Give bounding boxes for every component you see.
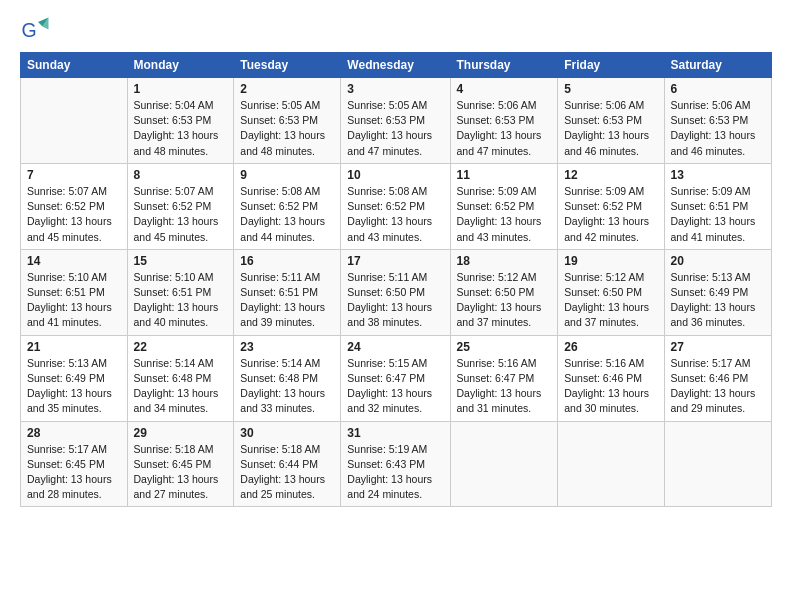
calendar-cell: 13Sunrise: 5:09 AM Sunset: 6:51 PM Dayli… [664, 163, 771, 249]
day-number: 26 [564, 340, 657, 354]
calendar-cell [450, 421, 558, 507]
calendar-header-tuesday: Tuesday [234, 53, 341, 78]
day-details: Sunrise: 5:16 AM Sunset: 6:46 PM Dayligh… [564, 356, 657, 417]
calendar-cell: 18Sunrise: 5:12 AM Sunset: 6:50 PM Dayli… [450, 249, 558, 335]
calendar-cell: 29Sunrise: 5:18 AM Sunset: 6:45 PM Dayli… [127, 421, 234, 507]
calendar-cell: 27Sunrise: 5:17 AM Sunset: 6:46 PM Dayli… [664, 335, 771, 421]
day-details: Sunrise: 5:09 AM Sunset: 6:52 PM Dayligh… [457, 184, 552, 245]
day-details: Sunrise: 5:11 AM Sunset: 6:51 PM Dayligh… [240, 270, 334, 331]
calendar-cell: 15Sunrise: 5:10 AM Sunset: 6:51 PM Dayli… [127, 249, 234, 335]
day-details: Sunrise: 5:08 AM Sunset: 6:52 PM Dayligh… [347, 184, 443, 245]
calendar-cell: 17Sunrise: 5:11 AM Sunset: 6:50 PM Dayli… [341, 249, 450, 335]
day-number: 3 [347, 82, 443, 96]
day-details: Sunrise: 5:19 AM Sunset: 6:43 PM Dayligh… [347, 442, 443, 503]
calendar-cell: 7Sunrise: 5:07 AM Sunset: 6:52 PM Daylig… [21, 163, 128, 249]
calendar-cell: 23Sunrise: 5:14 AM Sunset: 6:48 PM Dayli… [234, 335, 341, 421]
day-details: Sunrise: 5:13 AM Sunset: 6:49 PM Dayligh… [671, 270, 765, 331]
calendar-cell: 12Sunrise: 5:09 AM Sunset: 6:52 PM Dayli… [558, 163, 664, 249]
svg-text:G: G [22, 19, 37, 41]
day-details: Sunrise: 5:08 AM Sunset: 6:52 PM Dayligh… [240, 184, 334, 245]
day-details: Sunrise: 5:12 AM Sunset: 6:50 PM Dayligh… [564, 270, 657, 331]
calendar-header-row: SundayMondayTuesdayWednesdayThursdayFrid… [21, 53, 772, 78]
calendar-cell: 9Sunrise: 5:08 AM Sunset: 6:52 PM Daylig… [234, 163, 341, 249]
day-number: 19 [564, 254, 657, 268]
calendar-cell [664, 421, 771, 507]
day-details: Sunrise: 5:18 AM Sunset: 6:45 PM Dayligh… [134, 442, 228, 503]
day-details: Sunrise: 5:07 AM Sunset: 6:52 PM Dayligh… [134, 184, 228, 245]
calendar-cell [21, 78, 128, 164]
day-details: Sunrise: 5:17 AM Sunset: 6:46 PM Dayligh… [671, 356, 765, 417]
day-number: 10 [347, 168, 443, 182]
day-number: 30 [240, 426, 334, 440]
day-details: Sunrise: 5:09 AM Sunset: 6:52 PM Dayligh… [564, 184, 657, 245]
day-details: Sunrise: 5:06 AM Sunset: 6:53 PM Dayligh… [671, 98, 765, 159]
calendar-cell: 22Sunrise: 5:14 AM Sunset: 6:48 PM Dayli… [127, 335, 234, 421]
calendar-cell: 11Sunrise: 5:09 AM Sunset: 6:52 PM Dayli… [450, 163, 558, 249]
day-details: Sunrise: 5:14 AM Sunset: 6:48 PM Dayligh… [240, 356, 334, 417]
day-details: Sunrise: 5:10 AM Sunset: 6:51 PM Dayligh… [134, 270, 228, 331]
calendar-cell: 6Sunrise: 5:06 AM Sunset: 6:53 PM Daylig… [664, 78, 771, 164]
day-number: 22 [134, 340, 228, 354]
day-number: 5 [564, 82, 657, 96]
calendar-cell: 19Sunrise: 5:12 AM Sunset: 6:50 PM Dayli… [558, 249, 664, 335]
day-number: 8 [134, 168, 228, 182]
logo: G [20, 16, 54, 46]
calendar-week-row: 1Sunrise: 5:04 AM Sunset: 6:53 PM Daylig… [21, 78, 772, 164]
day-number: 9 [240, 168, 334, 182]
calendar-week-row: 7Sunrise: 5:07 AM Sunset: 6:52 PM Daylig… [21, 163, 772, 249]
calendar-week-row: 21Sunrise: 5:13 AM Sunset: 6:49 PM Dayli… [21, 335, 772, 421]
day-details: Sunrise: 5:15 AM Sunset: 6:47 PM Dayligh… [347, 356, 443, 417]
day-details: Sunrise: 5:14 AM Sunset: 6:48 PM Dayligh… [134, 356, 228, 417]
day-number: 17 [347, 254, 443, 268]
day-number: 4 [457, 82, 552, 96]
day-details: Sunrise: 5:09 AM Sunset: 6:51 PM Dayligh… [671, 184, 765, 245]
day-details: Sunrise: 5:11 AM Sunset: 6:50 PM Dayligh… [347, 270, 443, 331]
day-number: 31 [347, 426, 443, 440]
day-number: 29 [134, 426, 228, 440]
day-details: Sunrise: 5:13 AM Sunset: 6:49 PM Dayligh… [27, 356, 121, 417]
header: G [20, 16, 772, 46]
day-number: 12 [564, 168, 657, 182]
calendar-cell [558, 421, 664, 507]
calendar-cell: 2Sunrise: 5:05 AM Sunset: 6:53 PM Daylig… [234, 78, 341, 164]
day-number: 16 [240, 254, 334, 268]
page-container: G SundayMondayTuesdayWednesdayThursdayFr… [0, 0, 792, 517]
day-number: 13 [671, 168, 765, 182]
calendar-header-saturday: Saturday [664, 53, 771, 78]
day-details: Sunrise: 5:04 AM Sunset: 6:53 PM Dayligh… [134, 98, 228, 159]
day-number: 21 [27, 340, 121, 354]
day-number: 1 [134, 82, 228, 96]
calendar-cell: 30Sunrise: 5:18 AM Sunset: 6:44 PM Dayli… [234, 421, 341, 507]
day-number: 25 [457, 340, 552, 354]
calendar-cell: 10Sunrise: 5:08 AM Sunset: 6:52 PM Dayli… [341, 163, 450, 249]
calendar-cell: 3Sunrise: 5:05 AM Sunset: 6:53 PM Daylig… [341, 78, 450, 164]
day-number: 15 [134, 254, 228, 268]
calendar-header-monday: Monday [127, 53, 234, 78]
calendar-table: SundayMondayTuesdayWednesdayThursdayFrid… [20, 52, 772, 507]
day-details: Sunrise: 5:12 AM Sunset: 6:50 PM Dayligh… [457, 270, 552, 331]
calendar-cell: 5Sunrise: 5:06 AM Sunset: 6:53 PM Daylig… [558, 78, 664, 164]
logo-icon: G [20, 16, 50, 46]
day-details: Sunrise: 5:17 AM Sunset: 6:45 PM Dayligh… [27, 442, 121, 503]
day-details: Sunrise: 5:05 AM Sunset: 6:53 PM Dayligh… [347, 98, 443, 159]
day-number: 28 [27, 426, 121, 440]
calendar-header-sunday: Sunday [21, 53, 128, 78]
calendar-header-friday: Friday [558, 53, 664, 78]
calendar-cell: 1Sunrise: 5:04 AM Sunset: 6:53 PM Daylig… [127, 78, 234, 164]
day-details: Sunrise: 5:16 AM Sunset: 6:47 PM Dayligh… [457, 356, 552, 417]
calendar-week-row: 28Sunrise: 5:17 AM Sunset: 6:45 PM Dayli… [21, 421, 772, 507]
day-details: Sunrise: 5:05 AM Sunset: 6:53 PM Dayligh… [240, 98, 334, 159]
day-number: 24 [347, 340, 443, 354]
day-number: 18 [457, 254, 552, 268]
day-number: 7 [27, 168, 121, 182]
calendar-cell: 25Sunrise: 5:16 AM Sunset: 6:47 PM Dayli… [450, 335, 558, 421]
calendar-cell: 24Sunrise: 5:15 AM Sunset: 6:47 PM Dayli… [341, 335, 450, 421]
calendar-cell: 26Sunrise: 5:16 AM Sunset: 6:46 PM Dayli… [558, 335, 664, 421]
calendar-cell: 14Sunrise: 5:10 AM Sunset: 6:51 PM Dayli… [21, 249, 128, 335]
calendar-cell: 28Sunrise: 5:17 AM Sunset: 6:45 PM Dayli… [21, 421, 128, 507]
day-number: 20 [671, 254, 765, 268]
day-details: Sunrise: 5:10 AM Sunset: 6:51 PM Dayligh… [27, 270, 121, 331]
calendar-cell: 4Sunrise: 5:06 AM Sunset: 6:53 PM Daylig… [450, 78, 558, 164]
day-number: 27 [671, 340, 765, 354]
day-details: Sunrise: 5:07 AM Sunset: 6:52 PM Dayligh… [27, 184, 121, 245]
